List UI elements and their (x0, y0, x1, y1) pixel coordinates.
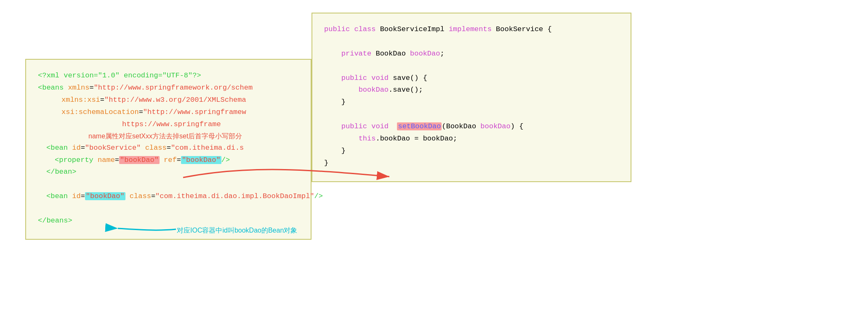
annotation-name-attr: name属性对应setXxx方法去掉set后首字母小写部分 (88, 130, 349, 142)
java-setter-end: } (324, 145, 619, 157)
java-save-end: } (324, 96, 619, 109)
xml-code-box: <?xml version="1.0" encoding="UTF-8"?> <… (25, 59, 312, 240)
xml-end-bean1: </bean> (38, 166, 299, 178)
xml-blank2 (38, 203, 299, 215)
java-setter-decl: public void setBookDao(BookDao bookDao) … (324, 121, 619, 133)
java-blank1 (324, 36, 619, 48)
xml-bean-dao: <bean id="bookDao" class="com.itheima.di… (38, 191, 299, 203)
xml-prolog-line: <?xml version="1.0" encoding="UTF-8"?> (38, 70, 299, 82)
xml-beans-open: <beans xmlns="http://www.springframework… (38, 82, 299, 94)
xml-blank1 (38, 178, 299, 191)
java-blank2 (324, 60, 619, 72)
xml-property: <property name="bookDao" ref="bookDao"/> (38, 154, 299, 167)
java-blank3 (324, 109, 619, 121)
xml-xmlns-xsi: xmlns:xsi="http://www.w3.org/2001/XMLSch… (38, 94, 299, 106)
java-code-box: public class BookServiceImpl implements … (312, 13, 631, 182)
xml-schema-cont: https://www.springframe (38, 119, 299, 131)
xml-end-beans: </beans> (38, 215, 299, 227)
xml-xsi-schema: xsi:schemaLocation="http://www.springfra… (38, 106, 299, 119)
java-save-decl: public void save() { (324, 72, 619, 85)
java-save-body: bookDao.save(); (324, 84, 619, 96)
java-class-end: } (324, 157, 619, 169)
xml-bean-service: <bean id="bookService" class="com.itheim… (38, 142, 299, 154)
java-setter-body: this.bookDao = bookDao; (324, 133, 619, 145)
java-field: private BookDao bookDao; (324, 48, 619, 60)
annotation-ioc-container: 对应IOC容器中id叫bookDao的Bean对象 (177, 226, 297, 235)
java-class-decl: public class BookServiceImpl implements … (324, 24, 619, 36)
